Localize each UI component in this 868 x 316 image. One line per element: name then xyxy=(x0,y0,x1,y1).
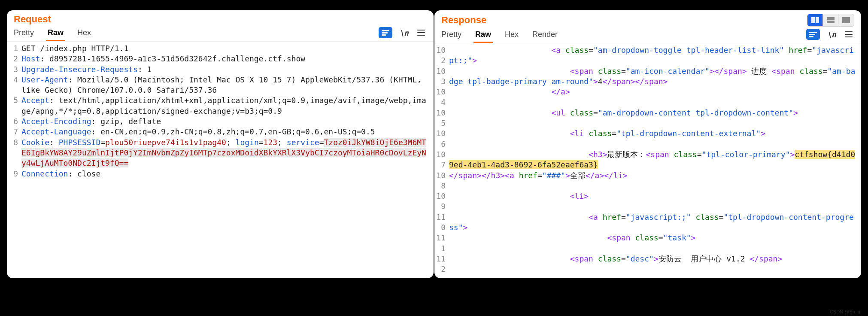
line-number: 105 xyxy=(436,108,449,129)
response-menu-icon[interactable] xyxy=(843,30,854,39)
line-content[interactable]: Accept-Language: en-CN,en;q=0.9,zh-CN;q=… xyxy=(21,127,430,137)
line-number: 9 xyxy=(9,169,21,179)
request-tabs-row: PrettyRawHex \n xyxy=(7,26,434,42)
line-number: 4 xyxy=(9,75,21,85)
svg-rect-3 xyxy=(811,17,815,23)
line-content[interactable]: <ul class="am-dropdown-content tpl-dropd… xyxy=(449,108,858,118)
request-tab-raw[interactable]: Raw xyxy=(46,27,65,41)
line-number: 103 xyxy=(436,66,449,87)
response-panel: Response PrettyRawHexRender \n 102 <a cl… xyxy=(434,10,861,278)
line-content[interactable]: <a href="javascript:;" class="tpl-dropdo… xyxy=(449,212,858,233)
line-number: 109 xyxy=(436,191,449,212)
response-line: 103 <span class="am-icon-calendar"></spa… xyxy=(436,66,858,87)
line-content[interactable]: </span></h3><a href="###">全部</a></li> xyxy=(449,170,858,181)
request-line: 1GET /index.php HTTP/1.1 xyxy=(9,43,430,54)
line-number: 6 xyxy=(9,116,21,127)
response-line: 102 <a class="am-dropdown-toggle tpl-hea… xyxy=(436,45,858,66)
request-actions-icon[interactable] xyxy=(379,27,392,38)
request-newline-toggle[interactable]: \n xyxy=(398,28,410,37)
line-content[interactable]: Host: d8957281-1655-4969-a1c3-51d56d3264… xyxy=(21,54,430,64)
line-content[interactable]: <li class="tpl-dropdown-content-external… xyxy=(449,128,858,139)
svg-rect-2 xyxy=(382,34,386,36)
response-code[interactable]: 102 <a class="am-dropdown-toggle tpl-hea… xyxy=(434,43,861,278)
svg-rect-5 xyxy=(827,17,835,20)
line-number: 2 xyxy=(9,54,21,64)
request-menu-icon[interactable] xyxy=(416,28,427,37)
layout-stack-icon[interactable] xyxy=(823,14,838,26)
request-code[interactable]: 1GET /index.php HTTP/1.12Host: d8957281-… xyxy=(7,42,434,278)
request-line: 4User-Agent: Mozilla/5.0 (Macintosh; Int… xyxy=(9,75,430,96)
response-tab-raw[interactable]: Raw xyxy=(473,28,493,43)
response-line: 109 <li> xyxy=(436,191,858,212)
layout-split-icon[interactable] xyxy=(807,14,823,26)
line-content[interactable]: Accept: text/html,application/xhtml+xml,… xyxy=(21,95,430,116)
split-workspace: Request PrettyRawHex \n 1GET /index.php … xyxy=(0,0,868,280)
line-content[interactable]: Upgrade-Insecure-Requests: 1 xyxy=(21,64,430,75)
response-tabs-row: PrettyRawHexRender \n xyxy=(434,27,861,43)
line-content[interactable]: GET /index.php HTTP/1.1 xyxy=(21,43,430,54)
response-line: 108</span></h3><a href="###">全部</a></li> xyxy=(436,170,858,191)
line-content[interactable]: <span class="task"> xyxy=(449,233,858,243)
svg-rect-10 xyxy=(809,36,813,37)
request-line: 9Connection: close xyxy=(9,169,430,179)
line-number: 5 xyxy=(9,95,21,106)
line-content[interactable]: <a class="am-dropdown-toggle tpl-header-… xyxy=(449,45,858,66)
line-number: 106 xyxy=(436,128,449,149)
line-content[interactable]: Cookie: PHPSESSID=plou50riuepve74i1s1v1p… xyxy=(21,137,430,169)
response-header: Response xyxy=(434,10,861,27)
line-content[interactable]: Connection: close xyxy=(21,169,430,179)
svg-rect-0 xyxy=(382,30,389,31)
response-line: 111 <span class="task"> xyxy=(436,233,858,254)
svg-rect-1 xyxy=(382,32,388,33)
request-tab-pretty[interactable]: Pretty xyxy=(12,27,36,41)
line-content[interactable]: <li> xyxy=(449,191,858,201)
svg-rect-6 xyxy=(827,21,835,23)
svg-rect-9 xyxy=(809,34,815,35)
line-number: 7 xyxy=(9,127,21,137)
line-content[interactable]: </a> xyxy=(449,87,858,97)
line-content[interactable]: <span class="desc">安防云 用户中心 v1.2 </span> xyxy=(449,254,858,264)
line-number: 110 xyxy=(436,212,449,233)
request-tab-hex[interactable]: Hex xyxy=(76,27,93,41)
line-number: 107 xyxy=(436,149,449,170)
line-content[interactable]: <h3>最新版本：<span class="tpl-color-primary"… xyxy=(449,149,858,170)
line-number: 112 xyxy=(436,254,449,275)
response-line: 105 <ul class="am-dropdown-content tpl-d… xyxy=(436,108,858,129)
svg-rect-8 xyxy=(809,32,817,33)
line-content[interactable]: Accept-Encoding: gzip, deflate xyxy=(21,116,430,127)
response-tab-hex[interactable]: Hex xyxy=(503,28,520,43)
request-title: Request xyxy=(14,14,51,25)
line-number: 102 xyxy=(436,45,449,66)
response-newline-toggle[interactable]: \n xyxy=(826,30,837,39)
line-number: 104 xyxy=(436,87,449,108)
line-content[interactable]: User-Agent: Mozilla/5.0 (Macintosh; Inte… xyxy=(21,75,430,96)
request-line: 7Accept-Language: en-CN,en;q=0.9,zh-CN;q… xyxy=(9,127,430,137)
request-line: 3Upgrade-Insecure-Requests: 1 xyxy=(9,64,430,75)
svg-rect-4 xyxy=(816,17,819,23)
request-header: Request xyxy=(7,10,434,26)
response-tab-render[interactable]: Render xyxy=(531,28,559,43)
layout-toggle[interactable] xyxy=(807,14,854,27)
line-number: 8 xyxy=(9,137,21,148)
line-number: 111 xyxy=(436,233,449,254)
request-line: 5Accept: text/html,application/xhtml+xml… xyxy=(9,95,430,116)
line-content[interactable]: <span class="am-icon-calendar"></span> 进… xyxy=(449,66,858,87)
line-number: 108 xyxy=(436,170,449,191)
line-number: 1 xyxy=(9,43,21,54)
request-line: 2Host: d8957281-1655-4969-a1c3-51d56d326… xyxy=(9,54,430,64)
svg-rect-7 xyxy=(842,17,850,23)
request-panel: Request PrettyRawHex \n 1GET /index.php … xyxy=(7,10,434,278)
response-title: Response xyxy=(441,15,486,26)
line-number: 3 xyxy=(9,64,21,75)
layout-full-icon[interactable] xyxy=(838,14,854,26)
response-actions-icon[interactable] xyxy=(806,29,820,40)
response-line: 106 <li class="tpl-dropdown-content-exte… xyxy=(436,128,858,149)
request-line: 6Accept-Encoding: gzip, deflate xyxy=(9,116,430,127)
response-line: 110 <a href="javascript:;" class="tpl-dr… xyxy=(436,212,858,233)
response-tab-pretty[interactable]: Pretty xyxy=(440,28,463,43)
request-line: 8Cookie: PHPSESSID=plou50riuepve74i1s1v1… xyxy=(9,137,430,169)
response-line: 112 <span class="desc">安防云 用户中心 v1.2 </s… xyxy=(436,254,858,275)
response-line: 107 <h3>最新版本：<span class="tpl-color-prim… xyxy=(436,149,858,170)
response-line: 104 </a> xyxy=(436,87,858,108)
